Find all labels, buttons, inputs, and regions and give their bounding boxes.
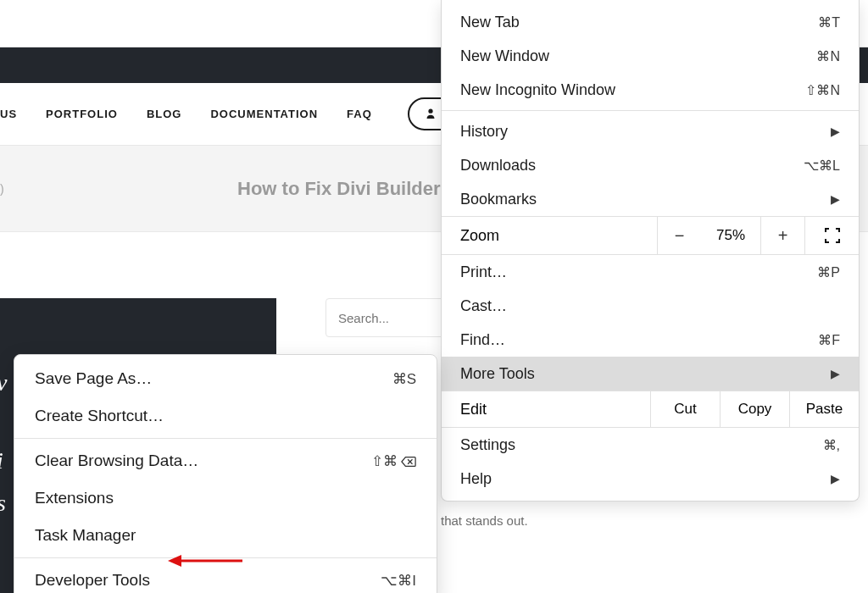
menu-shortcut: ⌘S (392, 370, 416, 388)
nav-item-blog[interactable]: BLOG (147, 108, 182, 120)
nav-item-us[interactable]: US (0, 108, 17, 120)
menu-separator (442, 110, 859, 111)
menu-item-label: Create Shortcut… (35, 407, 164, 425)
menu-item-cast[interactable]: Cast… (442, 289, 859, 323)
menu-item-label: Find… (460, 331, 505, 349)
menu-separator (14, 438, 437, 439)
delete-key-icon (401, 455, 416, 467)
person-icon (426, 108, 435, 120)
menu-item-edit: Edit Cut Copy Paste (442, 391, 859, 428)
menu-item-label: Save Page As… (35, 369, 152, 388)
zoom-in-button[interactable]: + (760, 217, 804, 254)
body-text-fragment: that stands out. (441, 513, 528, 528)
menu-item-label: Cast… (460, 297, 507, 315)
menu-item-label: New Incognito Window (460, 81, 615, 99)
menu-item-label: Clear Browsing Data… (35, 452, 198, 470)
breadcrumb-fragment: ) (0, 182, 4, 196)
menu-item-downloads[interactable]: Downloads ⌥⌘L (442, 148, 859, 182)
menu-item-settings[interactable]: Settings ⌘, (442, 428, 859, 462)
menu-item-incognito[interactable]: New Incognito Window ⇧⌘N (442, 73, 859, 107)
chevron-right-icon: ▶ (831, 192, 840, 206)
menu-item-print[interactable]: Print… ⌘P (442, 255, 859, 289)
nav-item-portfolio[interactable]: PORTFOLIO (46, 108, 118, 120)
chevron-right-icon: ▶ (831, 367, 840, 380)
chevron-right-icon: ▶ (831, 472, 840, 485)
menu-item-label: Help (460, 470, 492, 488)
zoom-value: 75% (701, 227, 760, 244)
menu-shortcut: ⌘, (823, 437, 840, 453)
submenu-item-extensions[interactable]: Extensions (14, 479, 437, 517)
zoom-label: Zoom (442, 227, 657, 245)
nav-item-documentation[interactable]: DOCUMENTATION (210, 108, 318, 120)
hero-line: i (0, 447, 3, 474)
submenu-item-developer-tools[interactable]: Developer Tools ⌥⌘I (14, 562, 437, 593)
menu-item-label: More Tools (460, 365, 535, 383)
menu-item-label: Downloads (460, 157, 536, 175)
menu-item-label: Print… (460, 263, 507, 281)
more-tools-submenu: Save Page As… ⌘S Create Shortcut… Clear … (14, 354, 437, 593)
chevron-right-icon: ▶ (831, 125, 840, 138)
menu-item-label: Settings (460, 436, 515, 454)
menu-item-help[interactable]: Help ▶ (442, 462, 859, 496)
menu-item-label: History (460, 123, 508, 141)
menu-shortcut: ⌥⌘I (381, 572, 416, 590)
menu-item-history[interactable]: History ▶ (442, 114, 859, 148)
menu-shortcut: ⌘F (818, 332, 840, 348)
menu-item-find[interactable]: Find… ⌘F (442, 323, 859, 357)
copy-button[interactable]: Copy (720, 391, 789, 427)
menu-item-label: New Tab (460, 14, 520, 31)
menu-shortcut: ⇧⌘N (805, 82, 840, 98)
zoom-out-button[interactable]: − (657, 217, 701, 254)
submenu-item-task-manager[interactable]: Task Manager (14, 517, 437, 554)
menu-shortcut: ⌘T (818, 14, 840, 30)
submenu-item-clear-data[interactable]: Clear Browsing Data… ⇧⌘ (14, 442, 437, 479)
menu-item-label: Bookmarks (460, 191, 537, 208)
edit-label: Edit (442, 401, 650, 418)
menu-item-label: New Window (460, 47, 549, 65)
hero-line: s (0, 490, 6, 517)
submenu-item-save-page[interactable]: Save Page As… ⌘S (14, 360, 437, 397)
menu-item-label: Extensions (35, 489, 114, 507)
menu-item-new-window[interactable]: New Window ⌘N (442, 39, 859, 73)
submenu-item-create-shortcut[interactable]: Create Shortcut… (14, 397, 437, 435)
nav-item-faq[interactable]: FAQ (347, 108, 372, 120)
menu-item-zoom: Zoom − 75% + (442, 216, 859, 255)
menu-shortcut: ⌘P (817, 264, 840, 280)
menu-shortcut: ⌥⌘L (804, 158, 840, 174)
cut-button[interactable]: Cut (650, 391, 720, 427)
menu-shortcut: ⌘N (816, 48, 840, 64)
menu-shortcut: ⇧⌘ (371, 452, 416, 470)
menu-item-bookmarks[interactable]: Bookmarks ▶ (442, 182, 859, 216)
hero-line: v (0, 369, 7, 396)
menu-item-label: Developer Tools (35, 571, 150, 590)
menu-item-label: Task Manager (35, 526, 136, 545)
paste-button[interactable]: Paste (789, 391, 859, 427)
svg-point-0 (428, 108, 432, 113)
menu-item-more-tools[interactable]: More Tools ▶ (442, 357, 859, 391)
menu-item-new-tab[interactable]: New Tab ⌘T (442, 5, 859, 39)
menu-separator (14, 557, 437, 558)
fullscreen-icon (825, 228, 840, 243)
fullscreen-button[interactable] (804, 217, 859, 254)
browser-menu: New Tab ⌘T New Window ⌘N New Incognito W… (441, 0, 860, 502)
